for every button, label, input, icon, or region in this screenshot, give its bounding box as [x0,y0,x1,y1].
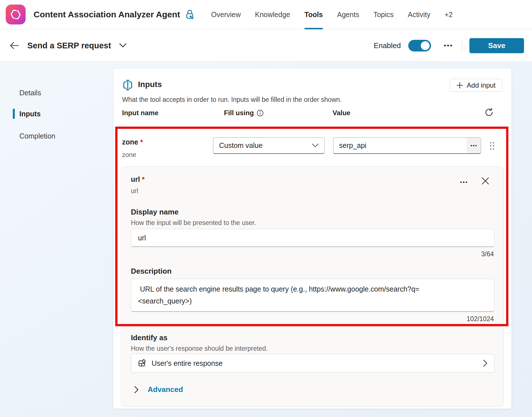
back-arrow-icon [9,42,19,49]
panel-subtitle: What the tool accepts in order to run. I… [122,96,342,104]
more-horizontal-icon [471,145,477,146]
sidebar-item-inputs[interactable]: Inputs [19,108,41,120]
lock-key-icon [185,9,194,20]
identify-as-hint: How the user's response should be interp… [131,345,268,352]
display-name-hint: How the input will be presented to the u… [131,219,256,227]
required-asterisk: * [142,176,145,183]
url-input-card: url* url Display name How the input will… [121,166,504,407]
tool-name: Send a SERP request [27,41,111,50]
enabled-toggle[interactable] [408,40,431,51]
column-header-input-name: Input name [122,109,158,117]
refresh-button[interactable] [483,107,495,118]
sidebar-item-details[interactable]: Details [19,87,41,99]
app-window: Content Association Analyzer Agent Overv… [0,0,532,417]
row-drag-handle[interactable] [487,140,497,152]
description-counter: 102/1024 [467,315,494,323]
display-name-label: Display name [131,208,179,216]
tab-agents[interactable]: Agents [330,0,366,29]
description-label: Description [131,267,172,276]
input-row-variable: zone [122,151,136,159]
toolbar-divider [462,40,462,51]
refresh-icon [484,108,494,117]
more-horizontal-icon [444,44,452,47]
toggle-knob [421,41,430,50]
column-header-fill-using: Fill using [224,109,264,117]
toolbar-more-button[interactable] [442,39,454,52]
tab-overview[interactable]: Overview [204,0,248,29]
active-indicator [13,109,15,119]
more-horizontal-icon [460,181,467,183]
advanced-expander[interactable]: Advanced [134,385,183,394]
tab-activity[interactable]: Activity [401,0,438,29]
card-close-button[interactable] [479,175,492,187]
identify-as-selector[interactable]: User's entire response [131,354,494,373]
description-textarea[interactable]: URL of the search engine results page to… [131,279,494,312]
drag-dots-icon [489,141,495,151]
identify-as-value: User's entire response [152,359,222,368]
value-input[interactable]: serp_api [333,137,481,154]
identify-as-label: Identify as [131,333,168,342]
panel-title: Inputs [138,80,162,89]
entity-icon [138,359,147,368]
tool-sections-nav: Details Inputs Completion [0,62,113,417]
description-text: <search_query>) [138,295,487,307]
card-more-button[interactable] [457,176,470,188]
description-text: URL of the search engine results page to… [138,283,487,295]
fill-using-dropdown[interactable]: Custom value [213,137,325,154]
back-button[interactable] [8,39,20,52]
display-name-value: url [138,234,146,242]
sidebar-item-completion[interactable]: Completion [19,130,55,142]
top-header: Content Association Analyzer Agent Overv… [0,0,532,29]
sidebar-item-label: Inputs [19,110,41,118]
toolbar-actions: Enabled Save [374,38,524,53]
add-input-button[interactable]: Add input [450,79,502,92]
page-title: Content Association Analyzer Agent [34,10,180,19]
input-row-name: zone* [122,138,143,146]
value-text: serp_api [333,141,467,150]
chevron-down-icon [312,143,319,148]
tool-toolbar: Send a SERP request Enabled Save [0,30,532,62]
primary-nav: Overview Knowledge Tools Agents Topics A… [204,0,460,29]
input-card-name: url* [131,175,145,183]
sidebar-item-label: Completion [19,132,55,140]
display-name-input[interactable]: url [131,229,494,247]
agent-avatar [6,5,26,24]
fill-using-selected-value: Custom value [219,141,263,150]
inputs-icon [122,79,133,91]
close-icon [482,177,489,185]
display-name-counter: 3/64 [481,250,494,258]
inputs-panel: Inputs Add input What the tool accepts i… [113,68,512,409]
sidebar-item-label: Details [19,89,41,97]
tool-name-menu[interactable]: Send a SERP request [27,41,127,50]
advanced-label: Advanced [148,385,183,394]
tab-tools[interactable]: Tools [297,0,330,29]
chevron-right-icon [483,360,487,367]
add-input-label: Add input [467,81,496,89]
tab-overflow[interactable]: +2 [438,0,460,29]
input-card-variable: url [131,187,138,195]
column-header-value: Value [333,109,350,117]
chevron-down-icon [119,43,127,48]
required-asterisk: * [140,138,143,146]
save-button[interactable]: Save [469,38,524,53]
chevron-right-icon [134,386,139,393]
tab-topics[interactable]: Topics [366,0,401,29]
tab-knowledge[interactable]: Knowledge [248,0,297,29]
plus-icon [456,82,463,89]
value-more-button[interactable] [467,138,481,153]
code-glyph-icon [9,8,22,21]
info-icon[interactable] [257,110,264,117]
enabled-label: Enabled [374,41,401,50]
